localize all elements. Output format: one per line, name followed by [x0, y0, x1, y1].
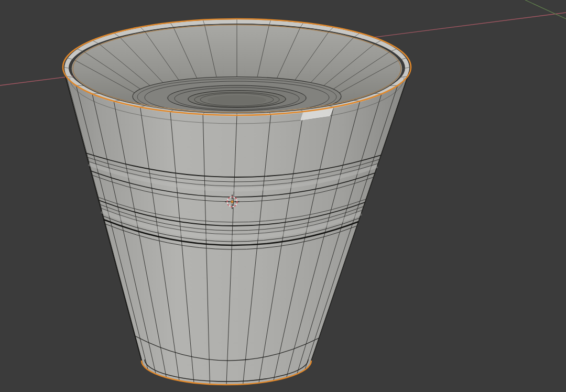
origin-dot [231, 201, 234, 203]
viewport-canvas[interactable] [0, 0, 566, 392]
blender-viewport [0, 0, 566, 392]
interior-floor-ring [208, 95, 266, 105]
